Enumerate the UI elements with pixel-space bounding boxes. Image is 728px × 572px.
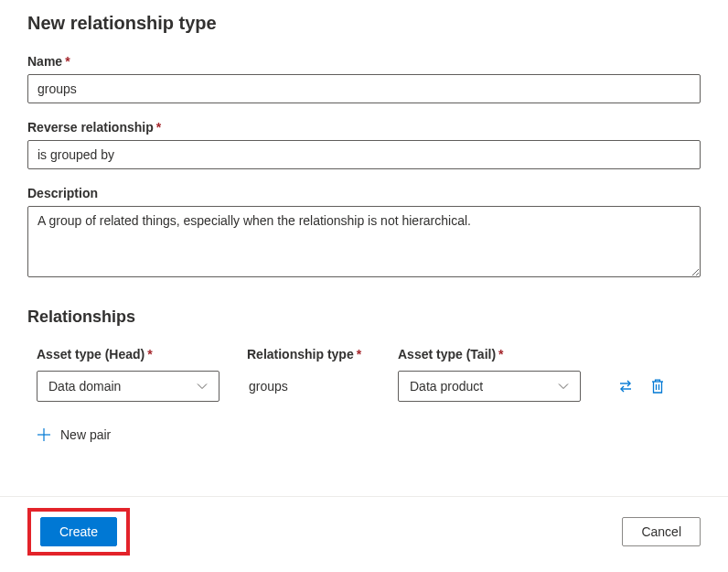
required-asterisk: * [498, 347, 503, 362]
relationships-header-row: Asset type (Head)* Relationship type* As… [27, 347, 701, 362]
asset-tail-column-text: Asset type (Tail) [398, 347, 496, 362]
required-asterisk: * [147, 347, 152, 362]
page-title: New relationship type [27, 13, 701, 34]
swap-button[interactable] [617, 378, 634, 394]
asset-head-column-label: Asset type (Head)* [37, 347, 153, 362]
asset-tail-column-label: Asset type (Tail)* [398, 347, 504, 362]
asset-head-dropdown[interactable]: Data domain [37, 371, 219, 402]
create-button[interactable]: Create [40, 517, 117, 546]
cancel-button[interactable]: Cancel [622, 517, 701, 546]
new-pair-button[interactable]: New pair [27, 427, 701, 442]
trash-icon [650, 378, 665, 394]
required-asterisk: * [65, 54, 70, 69]
description-textarea[interactable] [27, 206, 701, 277]
field-reverse-relationship: Reverse relationship* [27, 120, 701, 169]
relationship-type-value: groups [247, 379, 288, 394]
swap-icon [617, 378, 634, 394]
asset-tail-value: Data product [410, 379, 558, 394]
asset-head-column-text: Asset type (Head) [37, 347, 145, 362]
plus-icon [37, 427, 51, 442]
reverse-relationship-input[interactable] [27, 140, 701, 169]
name-input[interactable] [27, 74, 701, 103]
chevron-down-icon [558, 381, 569, 392]
chevron-down-icon [197, 381, 208, 392]
delete-button[interactable] [650, 378, 665, 394]
name-label-text: Name [27, 54, 62, 69]
name-label: Name* [27, 54, 701, 69]
field-description: Description [27, 186, 701, 280]
relationship-type-column-label: Relationship type* [247, 347, 361, 362]
reverse-label: Reverse relationship* [27, 120, 701, 135]
new-pair-label: New pair [60, 427, 111, 442]
required-asterisk: * [156, 120, 161, 135]
relationship-row: Data domain groups Data product [27, 371, 701, 402]
description-label-text: Description [27, 186, 98, 200]
create-highlight: Create [27, 508, 130, 556]
asset-head-value: Data domain [48, 379, 197, 394]
description-label: Description [27, 186, 701, 200]
relationships-section-title: Relationships [27, 308, 701, 327]
asset-tail-dropdown[interactable]: Data product [398, 371, 581, 402]
required-asterisk: * [357, 347, 361, 362]
relationship-type-column-text: Relationship type [247, 347, 354, 362]
reverse-label-text: Reverse relationship [27, 120, 154, 135]
field-name: Name* [27, 54, 701, 103]
footer: Create Cancel [0, 496, 728, 572]
